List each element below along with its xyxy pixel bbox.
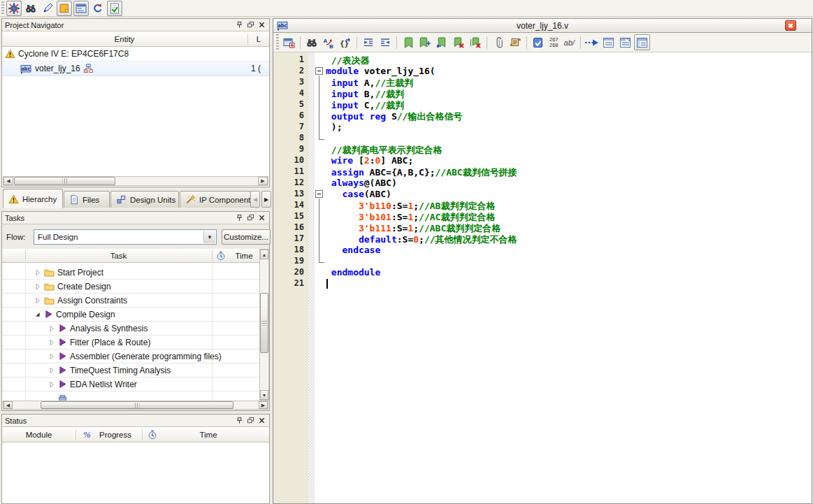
- tab-hierarchy[interactable]: Hierarchy: [3, 189, 63, 208]
- expand-arrow-icon[interactable]: [33, 282, 43, 291]
- code-line[interactable]: 2module voter_ljy_16(: [273, 66, 812, 77]
- code-line[interactable]: 21: [273, 278, 812, 289]
- code-line[interactable]: 15 3'b101:S=1;//AC裁判判定合格: [273, 211, 812, 222]
- task-row[interactable]: Create Design: [2, 280, 259, 294]
- fold-collapse-icon[interactable]: [315, 67, 323, 75]
- previous-bookmark-button[interactable]: [434, 34, 450, 50]
- scroll-right-icon[interactable]: ▶: [259, 401, 268, 409]
- chevron-down-icon[interactable]: ▼: [203, 231, 215, 243]
- fold-view-2-button[interactable]: [617, 34, 633, 50]
- scroll-right-icon[interactable]: ▶: [258, 177, 268, 185]
- collapse-arrow-icon[interactable]: [33, 310, 43, 319]
- time-column-header[interactable]: Time: [229, 249, 259, 262]
- tab-scroll-left-icon[interactable]: ◀: [250, 191, 260, 208]
- fold-view-1-button[interactable]: [600, 34, 617, 50]
- progress-column-header[interactable]: Progress: [94, 428, 136, 442]
- task-row[interactable]: [2, 391, 259, 401]
- close-icon[interactable]: [257, 416, 266, 425]
- expand-arrow-icon[interactable]: [47, 352, 57, 361]
- float-icon[interactable]: [245, 213, 255, 222]
- code-line[interactable]: 1 //表决器: [273, 55, 812, 66]
- code-line[interactable]: 14 3'b110:S=1;//AB裁判判定合格: [273, 200, 812, 211]
- float-icon[interactable]: [245, 416, 255, 425]
- task-row[interactable]: Compile Design: [2, 308, 259, 322]
- task-row[interactable]: Fitter (Place & Route): [2, 336, 259, 350]
- scroll-thumb[interactable]: [14, 177, 115, 185]
- code-line[interactable]: 10 wire [2:0] ABC;: [273, 155, 812, 166]
- close-icon[interactable]: [257, 213, 266, 222]
- goto-line-button[interactable]: [584, 34, 600, 50]
- node-finder-toggle-button[interactable]: [23, 1, 38, 16]
- task-row[interactable]: EDA Netlist Writer: [2, 377, 259, 391]
- task-column-header[interactable]: Task: [25, 249, 212, 262]
- code-line[interactable]: 18 endcase: [273, 245, 812, 256]
- code-line[interactable]: 5 input C,//裁判: [273, 99, 812, 110]
- refresh-button[interactable]: [90, 1, 106, 16]
- expand-arrow-icon[interactable]: [33, 296, 43, 305]
- navigator-hscrollbar[interactable]: ◀ ▶: [3, 176, 268, 186]
- close-icon[interactable]: [257, 20, 266, 29]
- entity-row[interactable]: abcvoter_ljy_161 (: [2, 62, 269, 76]
- tasks-hscrollbar[interactable]: ◀ ▶: [3, 401, 268, 410]
- delete-bookmark-button[interactable]: [451, 34, 467, 50]
- code-editor[interactable]: 1 //表决器2module voter_ljy_16(3 input A,//…: [273, 52, 812, 503]
- tasks-toggle-button[interactable]: [107, 1, 122, 16]
- time-column-header[interactable]: Time: [163, 428, 254, 442]
- expand-arrow-icon[interactable]: [33, 268, 43, 277]
- outline-view-button[interactable]: [634, 34, 650, 50]
- open-in-new-window-button[interactable]: [281, 34, 297, 50]
- scroll-left-icon[interactable]: ◀: [3, 177, 13, 185]
- code-line[interactable]: 9 //裁判高电平表示判定合格: [273, 144, 812, 155]
- logic-cells-column-header[interactable]: L: [248, 32, 269, 46]
- messages-toggle-button[interactable]: [57, 1, 72, 16]
- code-line[interactable]: 17 default:S=0;//其他情况判定不合格: [273, 233, 812, 245]
- replace-button[interactable]: AB: [321, 34, 337, 50]
- toggle-bookmark-button[interactable]: [401, 34, 417, 50]
- code-line[interactable]: 13 case(ABC): [273, 189, 812, 200]
- scroll-up-icon[interactable]: ▲: [260, 250, 268, 259]
- expand-arrow-icon[interactable]: [47, 338, 57, 347]
- delete-all-bookmarks-button[interactable]: [468, 34, 484, 50]
- code-line[interactable]: 19: [273, 256, 812, 267]
- entity-row[interactable]: Cyclone IV E: EP4CE6F17C8: [2, 47, 269, 62]
- match-brace-button[interactable]: {}: [338, 34, 354, 50]
- scroll-left-icon[interactable]: ◀: [3, 401, 13, 409]
- code-line[interactable]: 11 assign ABC={A,B,C};//ABC裁判信号拼接: [273, 166, 812, 178]
- task-row[interactable]: Assign Constraints: [2, 294, 259, 308]
- flow-select[interactable]: Full Design ▼: [34, 229, 217, 245]
- attach-button[interactable]: [491, 34, 507, 50]
- expand-arrow-icon[interactable]: [47, 366, 57, 375]
- code-line[interactable]: 8: [273, 133, 812, 144]
- scroll-thumb[interactable]: [260, 293, 268, 353]
- compass-window-toggle-button[interactable]: [6, 1, 22, 16]
- expand-arrow-icon[interactable]: [47, 380, 57, 389]
- tcl-console-toggle-button[interactable]: [40, 1, 55, 16]
- editor-close-button[interactable]: ✖: [785, 20, 796, 31]
- scroll-down-icon[interactable]: ▼: [260, 390, 268, 400]
- pin-icon[interactable]: [234, 213, 244, 222]
- fold-collapse-icon[interactable]: [315, 190, 323, 198]
- code-line[interactable]: 4 input B,//裁判: [273, 88, 812, 99]
- code-line[interactable]: 20 endmodule: [273, 267, 812, 278]
- entity-column-header[interactable]: Entity: [2, 32, 247, 46]
- code-line[interactable]: 7 );: [273, 122, 812, 133]
- expand-arrow-icon[interactable]: [47, 324, 57, 333]
- ip-catalog-toggle-button[interactable]: [73, 1, 89, 16]
- decrease-indent-button[interactable]: [377, 34, 394, 50]
- code-line[interactable]: 3 input A,//主裁判: [273, 77, 812, 88]
- next-bookmark-button[interactable]: [417, 34, 433, 50]
- increase-indent-button[interactable]: [361, 34, 377, 50]
- code-line[interactable]: 12 always@(ABC): [273, 178, 812, 189]
- customize-button[interactable]: Customize...: [222, 229, 271, 245]
- analyze-current-file-button[interactable]: [531, 34, 547, 50]
- tab-scroll-right-icon[interactable]: ▶: [261, 191, 271, 208]
- pin-icon[interactable]: [234, 20, 244, 29]
- toolbar-grip[interactable]: [1, 1, 4, 15]
- code-line[interactable]: 6 output reg S//输出合格信号: [273, 110, 812, 122]
- record-macro-button[interactable]: [508, 34, 524, 50]
- task-row[interactable]: Analysis & Synthesis: [2, 322, 259, 336]
- module-column-header[interactable]: Module: [2, 428, 75, 442]
- float-icon[interactable]: [245, 20, 255, 29]
- task-row[interactable]: Assembler (Generate programming files): [2, 350, 259, 363]
- tasks-vscrollbar[interactable]: ▲ ▼: [259, 249, 269, 401]
